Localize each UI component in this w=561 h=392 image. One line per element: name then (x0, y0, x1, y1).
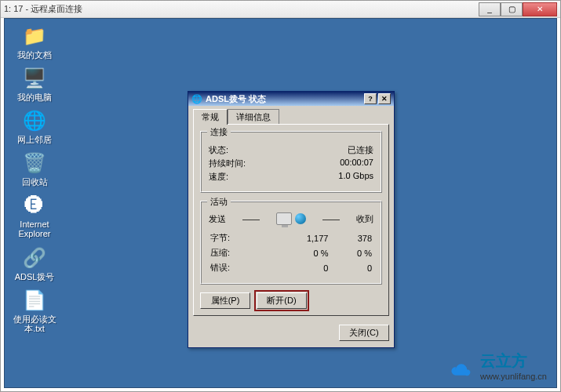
dial-icon: 🔗 (22, 245, 47, 270)
compression-row: 压缩: 0 % 0 % (210, 246, 372, 260)
duration-label: 持续时间: (209, 158, 246, 169)
compression-recv: 0 % (330, 246, 372, 260)
window-controls: _ ▢ ✕ (479, 2, 557, 16)
recycle-icon: 🗑️ (22, 151, 47, 176)
icon-label: 我的电脑 (17, 93, 52, 102)
desktop-icon-adsl-dial[interactable]: 🔗 ADSL拨号 (9, 245, 60, 281)
speed-row: 速度: 1.0 Gbps (209, 171, 373, 183)
icon-label: 使用必读文本.txt (9, 314, 60, 333)
sent-label: 发送 (209, 213, 226, 225)
dialog-title-buttons: ? ✕ (364, 93, 391, 104)
disconnect-button[interactable]: 断开(D) (257, 292, 307, 309)
tab-general[interactable]: 常规 (193, 109, 228, 125)
bytes-recv: 378 (330, 231, 372, 245)
desktop-icon-recycle-bin[interactable]: 🗑️ 回收站 (9, 151, 60, 187)
activity-table: 字节: 1,177 378 压缩: 0 % 0 % 错误: 0 0 (209, 230, 373, 276)
dialog-help-button[interactable]: ? (364, 93, 377, 104)
activity-group: 活动 发送 —— —— 收到 字节: 1,1 (200, 201, 382, 285)
watermark: 云立方 www.yunlifang.cn (447, 350, 547, 381)
icon-label: 我的文档 (17, 50, 52, 60)
close-button[interactable]: ✕ (523, 2, 557, 16)
icon-label: Internet Explorer (9, 220, 60, 238)
duration-row: 持续时间: 00:00:07 (209, 158, 373, 169)
globe-icon (295, 213, 306, 224)
activity-group-title: 活动 (207, 196, 231, 208)
text-file-icon: 📄 (22, 288, 47, 313)
desktop-icons-column: 📁 我的文档 🖥️ 我的电脑 🌐 网上邻居 🗑️ 回收站 🅔 Internet … (9, 24, 60, 333)
icon-label: 网上邻居 (17, 135, 52, 144)
dialog-footer: 关闭(C) (188, 321, 394, 347)
watermark-url: www.yunlifang.cn (480, 372, 547, 381)
minimize-button[interactable]: _ (479, 2, 501, 16)
bytes-row: 字节: 1,177 378 (210, 231, 372, 245)
folder-icon: 📁 (22, 24, 47, 49)
network-activity-icon (276, 212, 306, 225)
icon-label: 回收站 (22, 177, 48, 187)
activity-dash-left: —— (242, 214, 260, 223)
rdp-titlebar: 1: 17 - 远程桌面连接 _ ▢ ✕ (1, 1, 560, 18)
close-dialog-button[interactable]: 关闭(C) (339, 325, 389, 341)
connection-group-title: 连接 (207, 126, 231, 138)
dialog-tabs: 常规 详细信息 (188, 106, 394, 125)
icon-label: ADSL拨号 (15, 272, 55, 281)
rdp-title-text: 1: 17 - 远程桌面连接 (4, 3, 479, 15)
computer-send-icon (276, 212, 292, 225)
activity-dash-right: —— (322, 214, 340, 223)
errors-label: 错误: (210, 261, 266, 274)
errors-sent: 0 (268, 261, 329, 274)
desktop-icon-network-places[interactable]: 🌐 网上邻居 (9, 108, 60, 144)
bytes-label: 字节: (210, 231, 266, 245)
maximize-button[interactable]: ▢ (501, 2, 523, 16)
received-label: 收到 (356, 213, 373, 225)
adsl-status-dialog: 🌐 ADSL拨号 状态 ? ✕ 常规 详细信息 连接 状态: 已连接 (188, 91, 395, 348)
duration-value: 00:00:07 (340, 158, 373, 169)
desktop-icon-my-documents[interactable]: 📁 我的文档 (9, 24, 60, 60)
ie-icon: 🅔 (22, 193, 47, 218)
speed-label: 速度: (209, 171, 228, 183)
desktop-icon-my-computer[interactable]: 🖥️ 我的电脑 (9, 66, 60, 102)
properties-button[interactable]: 属性(P) (200, 292, 250, 309)
bytes-sent: 1,177 (268, 231, 329, 245)
desktop-icon-readme-txt[interactable]: 📄 使用必读文本.txt (9, 288, 60, 333)
compression-label: 压缩: (210, 246, 266, 260)
errors-recv: 0 (330, 261, 372, 274)
watermark-brand: 云立方 (480, 352, 527, 369)
errors-row: 错误: 0 0 (210, 261, 372, 274)
desktop-icon-internet-explorer[interactable]: 🅔 Internet Explorer (9, 193, 60, 238)
dialog-button-row: 属性(P) 断开(D) (200, 292, 382, 309)
dialog-titlebar[interactable]: 🌐 ADSL拨号 状态 ? ✕ (188, 92, 394, 106)
compression-sent: 0 % (268, 246, 329, 260)
dialog-close-button[interactable]: ✕ (378, 93, 391, 104)
status-row: 状态: 已连接 (209, 144, 373, 156)
dialog-title-text: ADSL拨号 状态 (206, 93, 364, 105)
remote-desktop[interactable]: 📁 我的文档 🖥️ 我的电脑 🌐 网上邻居 🗑️ 回收站 🅔 Internet … (4, 18, 557, 388)
network-icon: 🌐 (22, 108, 47, 133)
activity-header: 发送 —— —— 收到 (209, 212, 373, 225)
network-small-icon: 🌐 (191, 94, 202, 104)
tab-panel-general: 连接 状态: 已连接 持续时间: 00:00:07 速度: 1.0 Gbps (193, 124, 389, 316)
connection-group: 连接 状态: 已连接 持续时间: 00:00:07 速度: 1.0 Gbps (200, 131, 382, 193)
computer-icon: 🖥️ (22, 66, 47, 91)
status-label: 状态: (209, 144, 228, 156)
tab-details[interactable]: 详细信息 (228, 109, 279, 125)
status-value: 已连接 (348, 144, 373, 156)
speed-value: 1.0 Gbps (338, 171, 373, 183)
cloud-logo-icon (447, 355, 475, 377)
rdp-window: 1: 17 - 远程桌面连接 _ ▢ ✕ 📁 我的文档 🖥️ 我的电脑 🌐 网上… (0, 0, 561, 392)
